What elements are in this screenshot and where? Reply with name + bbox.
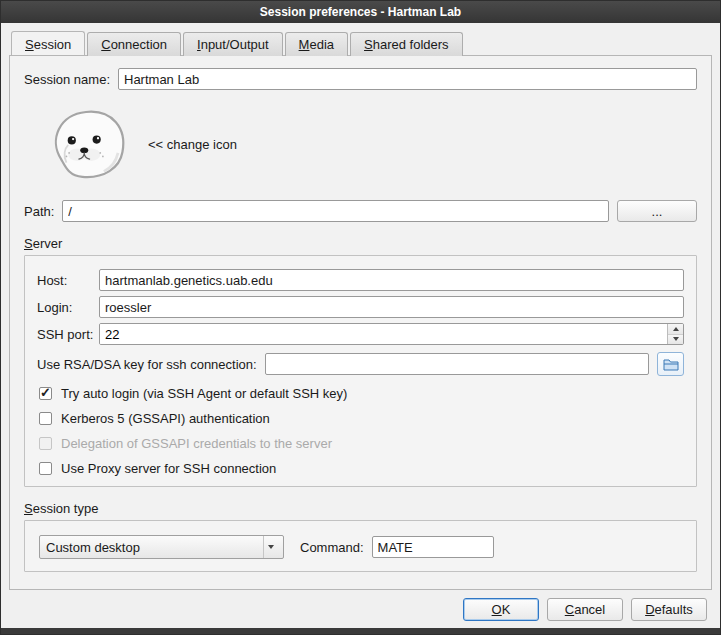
command-label: Command: [300,540,364,555]
tab-connection-label: Connection [101,37,167,52]
command-input[interactable] [372,536,494,558]
session-type-group-title: Session type [24,501,697,516]
tab-session-label: Session [25,37,71,52]
session-type-dropdown[interactable]: Custom desktop [39,535,284,559]
ssh-port-label: SSH port: [37,327,99,342]
auto-login-row: Try auto login (via SSH Agent or default… [39,386,682,401]
dialog-footer: OK Cancel Defaults [1,590,720,628]
session-type-selected: Custom desktop [46,540,257,555]
tab-bar: Session Connection Input/Output Media Sh… [9,31,712,55]
session-type-row: Custom desktop Command: [37,529,684,565]
tab-media-label: Media [299,37,334,52]
ssh-port-spinner [99,323,684,345]
gssapi-delegation-row: Delegation of GSSAPI credentials to the … [39,436,682,451]
ok-button[interactable]: OK [463,598,539,621]
spin-down-button[interactable] [668,335,683,345]
session-tab-page: Session name: [9,55,712,590]
host-label: Host: [37,273,99,288]
path-input[interactable] [62,200,609,222]
tab-media[interactable]: Media [285,32,348,56]
change-icon-label[interactable]: << change icon [148,137,237,152]
window-title: Session preferences - Hartman Lab [260,5,461,19]
session-type-group: Custom desktop Command: [24,520,697,572]
defaults-button-label: Defaults [645,602,693,617]
tab-input-output-label: Input/Output [197,37,269,52]
tab-shared-folders[interactable]: Shared folders [350,32,463,56]
session-name-label: Session name: [24,72,110,87]
rsa-key-input[interactable] [265,353,649,375]
path-row: Path: ... [24,200,697,222]
rsa-key-label: Use RSA/DSA key for ssh connection: [37,357,257,372]
combo-arrow-box [263,536,277,558]
chevron-down-icon [268,545,274,549]
kerberos-label: Kerberos 5 (GSSAPI) authentication [61,411,270,426]
path-browse-label: ... [652,204,663,219]
proxy-row: Use Proxy server for SSH connection [39,461,682,476]
proxy-checkbox[interactable] [39,462,52,475]
window-bottom-edge [1,628,720,634]
path-label: Path: [24,204,54,219]
spin-buttons [667,324,683,344]
tab-connection[interactable]: Connection [87,32,181,56]
tab-session[interactable]: Session [11,31,85,55]
ssh-port-row: SSH port: [37,323,684,345]
path-browse-button[interactable]: ... [617,200,697,222]
titlebar[interactable]: Session preferences - Hartman Lab [1,1,720,23]
session-name-input[interactable] [118,68,697,90]
rsa-key-browse-button[interactable] [657,352,684,376]
proxy-label: Use Proxy server for SSH connection [61,461,276,476]
gssapi-delegation-label: Delegation of GSSAPI credentials to the … [61,436,332,451]
arrow-down-icon [673,337,679,341]
host-row: Host: [37,269,684,291]
folder-icon [663,358,679,371]
server-group-title: Server [24,236,697,251]
arrow-up-icon [673,327,679,331]
auto-login-checkbox[interactable] [39,387,52,400]
kerberos-checkbox[interactable] [39,412,52,425]
ssh-port-input[interactable] [100,324,667,344]
rsa-key-row: Use RSA/DSA key for ssh connection: [37,352,684,376]
defaults-button[interactable]: Defaults [631,598,707,621]
auto-login-label: Try auto login (via SSH Agent or default… [61,386,347,401]
tab-shared-folders-label: Shared folders [364,37,449,52]
cancel-button-label: Cancel [565,602,605,617]
login-label: Login: [37,300,99,315]
host-input[interactable] [99,269,684,291]
kerberos-row: Kerberos 5 (GSSAPI) authentication [39,411,682,426]
server-group: Host: Login: SSH port: [24,255,697,487]
login-row: Login: [37,296,684,318]
cancel-button[interactable]: Cancel [547,598,623,621]
icon-row: << change icon [40,104,697,184]
gssapi-delegation-checkbox [39,437,52,450]
login-input[interactable] [99,296,684,318]
session-preferences-dialog: Session preferences - Hartman Lab Sessio… [0,0,721,635]
session-seal-icon[interactable] [40,104,132,184]
ok-button-label: OK [492,602,511,617]
dialog-content: Session Connection Input/Output Media Sh… [1,23,720,590]
tab-input-output[interactable]: Input/Output [183,32,283,56]
session-name-row: Session name: [24,68,697,90]
spin-up-button[interactable] [668,324,683,335]
